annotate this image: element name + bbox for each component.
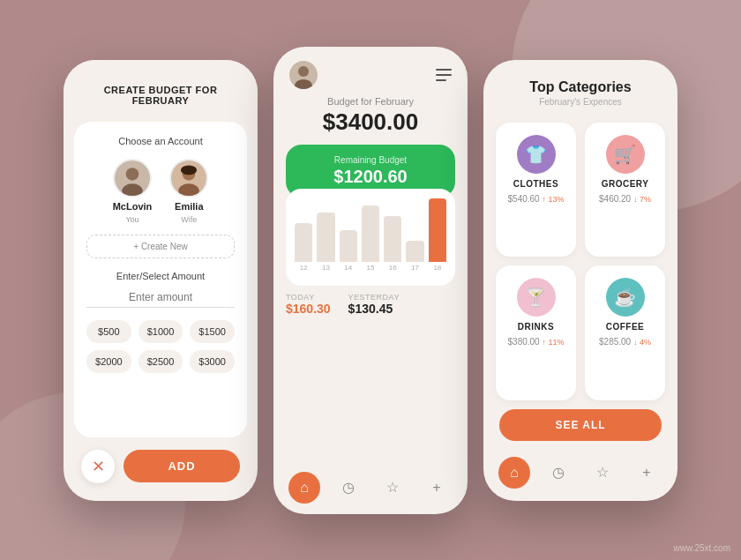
nav-trophy[interactable]: ☆ [377,472,408,504]
remaining-label: Remaining Budget [300,155,441,165]
choose-account-label: Choose an Account [86,136,235,146]
bar-col-4: 16 [384,216,401,272]
bar-col-6: 18 [429,198,446,272]
svg-point-8 [298,66,309,77]
nav3-add[interactable]: + [631,457,662,489]
account-mclovin-sub: You [125,215,138,224]
create-new-button[interactable]: + Create New [86,235,235,258]
add-button[interactable]: ADD [124,450,240,482]
cat-icon-1: 🛒 [606,135,645,174]
bar-col-5: 17 [406,241,423,272]
create-budget-card: CREATE BUDGET FOR FEBRUARY Choose an Acc… [64,60,258,501]
bar-2 [340,230,357,262]
yesterday-item: YESTERDAY $130.45 [348,293,400,316]
account-emilia-name: Emilia [175,201,203,212]
card3-title: Top Categories [498,79,663,95]
card2-nav: ⌂ ◷ ☆ + [273,461,468,514]
cat-amount-3: $285.00 ↓ 4% [599,337,651,347]
accounts-row: McLovin You Emilia Wife [86,159,235,224]
nav3-home[interactable]: ⌂ [498,457,530,489]
amount-2000[interactable]: $2000 [86,350,131,373]
today-label: TODAY [286,293,331,302]
cat-icon-0: 👕 [517,135,556,174]
nav-add[interactable]: + [421,472,453,504]
see-all-button[interactable]: SEE ALL [499,409,662,441]
top-categories-card: Top Categories February's Expences 👕 CLO… [483,60,677,501]
nav-clock[interactable]: ◷ [333,472,364,504]
nav-home[interactable]: ⌂ [288,472,320,504]
nav3-trophy[interactable]: ☆ [587,457,618,489]
bar-col-3: 15 [362,205,379,272]
category-drinks[interactable]: 🍸 DRINKS $380.00 ↑ 11% [496,265,576,400]
avatar-mclovin [113,159,152,198]
card1-footer: ✕ ADD [64,437,258,501]
budget-title: Budget for February [273,96,468,107]
cat-icon-3: ☕ [606,278,645,317]
watermark: www.25xt.com [674,543,730,553]
today-amount: $160.30 [286,302,331,316]
bar-chart: 12131415161718 [295,201,446,272]
account-mclovin-name: McLovin [113,201,153,212]
svg-point-2 [122,183,143,198]
yesterday-amount: $130.45 [348,302,400,316]
bar-5 [406,241,423,262]
account-mclovin[interactable]: McLovin You [113,159,153,224]
card2-topbar [273,47,468,96]
bar-col-0: 12 [295,223,312,272]
card1-title: CREATE BUDGET FOR FEBRUARY [81,85,240,106]
menu-icon[interactable] [436,69,452,81]
topbar-avatar[interactable] [289,61,318,89]
yesterday-label: YESTERDAY [348,293,400,302]
card3-nav: ⌂ ◷ ☆ + [483,450,677,501]
svg-point-5 [178,183,199,198]
amount-3000[interactable]: $3000 [190,350,235,373]
svg-point-1 [126,168,139,181]
account-emilia-sub: Wife [181,215,197,224]
cat-amount-1: $460.20 ↓ 7% [599,194,651,204]
category-clothes[interactable]: 👕 CLOTHES $540.60 ↑ 13% [496,123,576,258]
budget-overview-card: Budget for February $3400.00 Remaining B… [273,47,468,514]
amount-1500[interactable]: $1500 [190,320,235,343]
amount-500[interactable]: $500 [86,320,131,343]
bar-col-1: 13 [317,213,334,272]
cat-name-3: COFFEE [606,322,645,332]
bar-label-6: 18 [433,264,441,272]
cat-name-1: GROCERY [602,179,649,189]
remaining-amount: $1200.60 [300,167,441,187]
bar-label-5: 17 [411,264,419,272]
today-yesterday: TODAY $160.30 YESTERDAY $130.45 [273,286,468,316]
amount-2500[interactable]: $2500 [138,350,183,373]
cat-amount-2: $380.00 ↑ 11% [508,337,565,347]
amount-1000[interactable]: $1000 [138,320,183,343]
today-item: TODAY $160.30 [286,293,331,316]
header-prefix: CREATE BUDGET FOR [104,85,218,95]
account-emilia[interactable]: Emilia Wife [169,159,208,224]
bar-4 [384,216,401,262]
bar-1 [317,213,334,262]
cat-amount-0: $540.60 ↑ 13% [508,194,565,204]
card1-body: Choose an Account McLovin You [74,122,247,437]
cat-icon-2: 🍸 [517,278,556,317]
cancel-button[interactable]: ✕ [81,450,115,483]
amount-input[interactable] [86,291,235,308]
chart-area: 12131415161718 [286,189,455,286]
svg-point-6 [181,165,197,175]
card3-subtitle: February's Expences [498,97,663,107]
bar-label-1: 13 [322,264,330,272]
header-month: FEBRUARY [132,95,190,106]
bar-col-2: 14 [340,230,357,272]
category-grocery[interactable]: 🛒 GROCERY $460.20 ↓ 7% [585,123,665,258]
avatar-emilia [169,159,208,198]
cat-name-2: DRINKS [518,322,554,332]
bar-label-4: 16 [389,264,397,272]
categories-grid: 👕 CLOTHES $540.60 ↑ 13% 🛒 GROCERY $460.2… [483,114,677,409]
bar-label-2: 14 [344,264,352,272]
cat-change-0: ↑ 13% [542,195,564,204]
nav3-clock[interactable]: ◷ [543,457,574,489]
bar-label-3: 15 [367,264,375,272]
screens-container: CREATE BUDGET FOR FEBRUARY Choose an Acc… [64,47,677,514]
bar-6 [429,198,446,262]
category-coffee[interactable]: ☕ COFFEE $285.00 ↓ 4% [585,265,665,400]
cat-change-2: ↑ 11% [542,338,564,347]
amount-label: Enter/Select Amount [86,271,235,281]
